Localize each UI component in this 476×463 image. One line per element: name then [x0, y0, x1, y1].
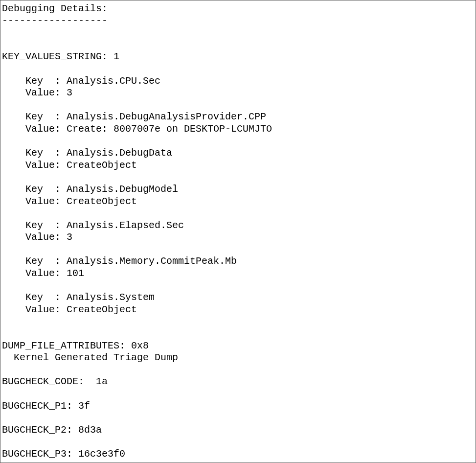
bugcheck-p-value: 3f — [78, 400, 90, 412]
kvs-heading-label: KEY_VALUES_STRING: — [2, 51, 108, 62]
bugcheck-p-value: 16c3e3f0 — [78, 448, 125, 460]
debug-title: Debugging Details: — [2, 3, 108, 14]
debug-output-pane: Debugging Details: ------------------ KE… — [0, 0, 476, 463]
kvs-heading-value: 1 — [113, 51, 119, 62]
bugcheck-p-value: 8d3a — [78, 424, 102, 436]
kv-value: CreateObject — [67, 304, 137, 315]
kv-key: Analysis.CPU.Sec — [67, 75, 160, 87]
bugcheck-code-label: BUGCHECK_CODE: — [2, 376, 84, 387]
kv-key: Analysis.DebugAnalysisProvider.CPP — [67, 111, 266, 122]
kv-value: Create: 8007007e on DESKTOP-LCUMJTO — [67, 123, 272, 135]
kv-value: CreateObject — [67, 196, 137, 207]
kv-value: 3 — [67, 232, 72, 243]
kv-key: Analysis.System — [67, 292, 155, 303]
bugcheck-p-label: BUGCHECK_P3: — [2, 448, 72, 460]
kv-key: Analysis.DebugModel — [67, 184, 178, 195]
bugcheck-p-label: BUGCHECK_P2: — [2, 424, 72, 436]
kv-value: 3 — [67, 87, 72, 98]
kv-key: Analysis.DebugData — [67, 147, 172, 159]
kv-value: 101 — [67, 268, 84, 279]
debug-title-rule: ------------------ — [2, 15, 108, 26]
dump-attr-label: DUMP_FILE_ATTRIBUTES: — [2, 340, 125, 351]
dump-attr-desc: Kernel Generated Triage Dump — [14, 352, 178, 363]
kv-key: Analysis.Elapsed.Sec — [67, 220, 184, 231]
kv-value: CreateObject — [67, 160, 137, 171]
bugcheck-code-value: 1a — [96, 376, 108, 387]
kv-key: Analysis.Memory.CommitPeak.Mb — [67, 255, 237, 267]
bugcheck-p-label: BUGCHECK_P1: — [2, 400, 72, 412]
dump-attr-value: 0x8 — [131, 340, 149, 351]
